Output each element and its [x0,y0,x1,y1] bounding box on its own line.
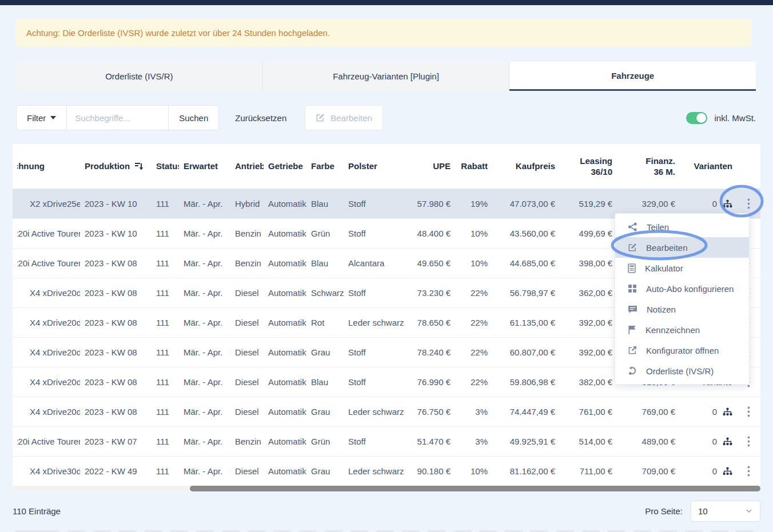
column-header-polster[interactable]: Polster [344,161,407,172]
cell-produktion: 2023 - KW 07 [80,437,152,446]
column-header-status[interactable]: Status [152,161,179,172]
row-menu-button[interactable] [737,466,760,477]
share-icon [628,222,637,231]
cell-produktion: 2023 - KW 08 [80,377,152,387]
cell-getriebe: Automatik [264,437,306,446]
per-page-select[interactable]: 10 [691,501,760,522]
search-input[interactable] [67,105,169,130]
column-header-rabatt[interactable]: Rabatt [455,161,492,172]
menu-item-kennzeichnen[interactable]: Kennzeichnen [615,319,749,340]
column-header-name[interactable]: Bezeichnung [13,161,80,172]
menu-item-bearbeiten[interactable]: Bearbeiten [615,237,749,258]
sort-desc-icon [134,162,144,170]
cell-leasing: 362,00 € [560,288,617,298]
cell-kaufpreis: 43.560,00 € [492,229,560,238]
cell-name-text: X4 xDrive30d [17,466,80,476]
cell-getriebe: Automatik [264,466,306,476]
column-header-finanz[interactable]: Finanz. 36 M. [617,155,680,178]
row-menu-button[interactable] [737,198,760,209]
kebab-icon [747,436,750,447]
menu-item-auto-abo-konfigurieren[interactable]: Auto-Abo konfigurieren [615,278,749,299]
cell-produktion: 2023 - KW 10 [80,229,152,238]
cell-farbe: Rot [306,318,344,327]
menu-item-orderliste-ivs-r-[interactable]: Orderliste (IVS/R) [615,361,749,381]
column-header-upe[interactable]: UPE [407,161,455,172]
row-menu-button[interactable] [737,406,760,417]
cell-polster: Stoff [344,347,407,357]
cell-name-text: X4 xDrive20d [17,407,80,417]
cell-farbe: Blau [306,377,344,387]
edit-button[interactable]: Bearbeiten [305,105,383,130]
cell-polster: Alcantara [344,258,407,268]
column-header-farbe[interactable]: Farbe [306,161,344,172]
column-header-leasing[interactable]: Leasing 36/10 [560,155,617,178]
cell-leasing: 392,00 € [560,347,617,357]
column-header-produktion[interactable]: Produktion [80,161,152,172]
per-page-group: Pro Seite: 10 [645,501,760,522]
column-header-kaufpreis[interactable]: Kaufpreis [492,161,560,172]
cell-farbe: Blau [306,199,344,209]
cell-name-text: X4 xDrive20d [17,347,80,357]
horizontal-scrollbar[interactable] [13,486,760,491]
vat-toggle[interactable] [686,112,707,124]
cell-leasing: 392,00 € [560,318,617,327]
cell-antrieb: Diesel [230,407,264,417]
cell-polster: Stoff [344,377,407,387]
menu-item-kalkulator[interactable]: Kalkulator [615,258,749,278]
filter-button[interactable]: Filter [16,105,67,130]
table-row[interactable]: X4 xDrive20d2023 - KW 08111Mär. - Apr.Di… [13,397,760,426]
toolbar: Filter Suchen Zurücksetzen Bearbeiten in… [16,105,756,130]
cell-getriebe: Automatik [264,199,306,209]
cell-getriebe: Automatik [264,347,306,357]
cell-getriebe: Automatik [264,377,306,387]
cell-name-text: 220i Active Tourer [17,437,80,446]
cell-erwartet: Mär. - Apr. [179,437,230,446]
edit-button-label: Bearbeiten [330,113,372,123]
cell-varianten: 0 [680,466,737,476]
cell-erwartet: Mär. - Apr. [179,407,230,417]
cell-name: X4 xDrive20d [13,347,80,357]
menu-item-label: Auto-Abo konfigurieren [646,284,734,294]
horizontal-scrollbar-thumb[interactable] [190,486,760,491]
table-row[interactable]: 220i Active Tourer2023 - KW 07111Mär. - … [13,426,760,456]
cell-upe: 57.980 € [407,199,455,209]
menu-item-label: Teilen [647,222,669,232]
cell-antrieb: Benzin [230,229,264,238]
column-header-erwartet[interactable]: Erwartet [179,161,230,172]
menu-item-notizen[interactable]: Notizen [615,299,749,319]
variants-sitemap-icon[interactable] [723,467,732,475]
tab-orderliste[interactable]: Orderliste (IVS/R) [16,62,263,91]
row-menu-button[interactable] [737,436,760,447]
grid-icon [628,284,637,293]
cell-antrieb: Diesel [230,347,264,357]
cell-kaufpreis: 47.073,00 € [492,199,560,209]
menu-item-konfigurator-ffnen[interactable]: Konfigurator öffnen [615,340,749,361]
filter-button-label: Filter [27,113,46,123]
menu-item-teilen[interactable]: Teilen [615,217,749,237]
variants-sitemap-icon[interactable] [723,437,732,446]
variants-sitemap-icon[interactable] [723,407,732,416]
column-header-label: Antrieb [235,161,264,171]
cell-upe: 73.230 € [407,288,455,298]
cell-status: 111 [152,288,179,298]
cell-name: 220i Active Tourer [13,229,80,238]
menu-item-label: Bearbeiten [646,243,688,253]
cell-rabatt: 22% [455,377,492,387]
search-button[interactable]: Suchen [169,105,219,130]
column-header-antrieb[interactable]: Antrieb [230,161,264,172]
cell-getriebe: Automatik [264,229,306,238]
column-header-getriebe[interactable]: Getriebe [264,161,306,172]
cell-rabatt: 22% [455,347,492,357]
tab-fahrzeuge[interactable]: Fahrzeuge [509,62,756,91]
reset-button[interactable]: Zurücksetzen [227,113,294,123]
cell-erwartet: Mär. - Apr. [179,318,230,327]
table-row[interactable]: X4 xDrive30d2022 - KW 49111Mär. - Apr.Di… [13,456,760,486]
variants-sitemap-icon[interactable] [723,199,732,208]
cell-antrieb: Diesel [230,466,264,476]
cell-kaufpreis: 74.447,49 € [492,407,560,417]
tab-fahrzeug-varianten[interactable]: Fahrzeug-Varianten [Plugin] [263,62,510,91]
cell-finanz: 769,00 € [617,407,680,417]
column-header-varianten[interactable]: Varianten [680,161,737,172]
cell-varianten: 0 [680,199,737,209]
cell-name: X4 xDrive20d [13,288,80,298]
